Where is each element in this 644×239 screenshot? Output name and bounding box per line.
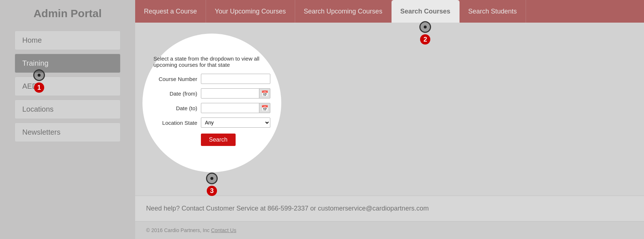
date-from-field-group: 📅 xyxy=(201,88,270,99)
annotation-3: 3 xyxy=(206,173,218,196)
cursor-icon-2 xyxy=(419,21,431,33)
footer-copyright: © 2016 Cardio Partners, Inc Contact Us xyxy=(135,221,644,239)
date-from-row: Date (from) 📅 xyxy=(153,88,270,99)
date-to-field-group: 📅 xyxy=(201,103,270,113)
location-state-row: Location State Any ALAKAZAR CACOCTDE FLG… xyxy=(153,117,270,128)
search-button[interactable]: Search xyxy=(201,134,236,146)
cursor-icon-3 xyxy=(206,173,218,184)
app-title: Admin Portal xyxy=(34,7,102,20)
tab-search-students[interactable]: Search Students xyxy=(460,0,526,23)
footer-help: Need help? Contact Customer Service at 8… xyxy=(135,196,644,221)
date-from-label: Date (from) xyxy=(153,90,201,97)
footer-help-text: Need help? Contact Customer Service at 8… xyxy=(146,205,429,212)
sidebar: Admin Portal Home Training 1 AEDs Locati… xyxy=(0,0,135,239)
tab-search-upcoming[interactable]: Search Upcoming Courses xyxy=(295,0,392,23)
annotation-number-3: 3 xyxy=(207,186,217,196)
date-to-label: Date (to) xyxy=(153,105,201,111)
date-from-calendar-button[interactable]: 📅 xyxy=(259,88,270,99)
annotation-2: 2 xyxy=(419,21,431,45)
sidebar-item-home[interactable]: Home xyxy=(15,31,121,50)
location-state-label: Location State xyxy=(153,120,201,126)
cursor-icon-1 xyxy=(33,69,45,81)
sidebar-item-locations[interactable]: Locations xyxy=(15,100,121,119)
course-number-label: Course Number xyxy=(153,76,201,82)
sidebar-item-training[interactable]: Training 1 xyxy=(15,54,121,73)
annotation-1: 1 xyxy=(33,69,45,93)
annotation-number-2: 2 xyxy=(420,34,430,45)
nav-tabs: Request a Course Your Upcoming Courses S… xyxy=(135,0,644,23)
search-button-row: Search xyxy=(153,132,270,146)
sidebar-item-newsletters[interactable]: Newsletters xyxy=(15,123,121,142)
tab-search-courses[interactable]: Search Courses 2 xyxy=(392,0,460,23)
location-state-select[interactable]: Any ALAKAZAR CACOCTDE FLGAHIID ILINIAKS … xyxy=(201,117,270,128)
course-number-input[interactable] xyxy=(201,74,270,84)
search-form-container: Select a state from the dropdown to view… xyxy=(142,48,281,158)
search-form-spotlight: Select a state from the dropdown to view… xyxy=(142,34,281,172)
sidebar-item-aeds[interactable]: AEDs xyxy=(15,77,121,96)
form-description: Select a state from the dropdown to view… xyxy=(153,55,270,68)
date-to-row: Date (to) 📅 xyxy=(153,103,270,113)
date-from-input[interactable] xyxy=(201,88,259,99)
copyright-text: © 2016 Cardio Partners, Inc xyxy=(146,227,210,233)
contact-us-link[interactable]: Contact Us xyxy=(211,227,236,233)
date-to-calendar-button[interactable]: 📅 xyxy=(259,103,270,113)
date-to-input[interactable] xyxy=(201,103,259,113)
course-number-row: Course Number xyxy=(153,74,270,84)
main-content: Request a Course Your Upcoming Courses S… xyxy=(135,0,644,239)
tab-upcoming-courses[interactable]: Your Upcoming Courses xyxy=(206,0,295,23)
body-area: Select a state from the dropdown to view… xyxy=(135,23,644,196)
tab-request-course[interactable]: Request a Course xyxy=(135,0,206,23)
annotation-number-1: 1 xyxy=(34,82,44,93)
